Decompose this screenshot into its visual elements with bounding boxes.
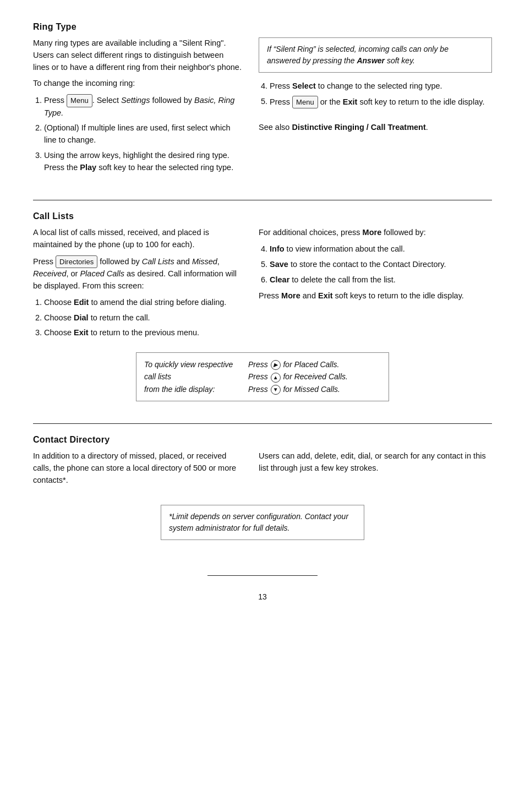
call-lists-bottom-box-container: To quickly view respective call lists fr…	[33, 352, 492, 401]
bottom-divider	[207, 575, 318, 576]
call-lists-bottom-box: To quickly view respective call lists fr…	[136, 352, 389, 401]
arrow-up-icon: ▲	[271, 373, 281, 383]
call-lists-right-intro: For additional choices, press More follo…	[259, 227, 492, 239]
call-lists-steps-left: Choose Edit to amend the dial string bef…	[44, 297, 242, 339]
ring-type-step-4: Press Select to change to the selected r…	[270, 80, 492, 92]
contact-directory-info-text: *Limit depends on server configuration. …	[169, 512, 348, 532]
ring-type-right-col: If “Silent Ring” is selected, incoming c…	[259, 37, 492, 178]
contact-directory-left-text: In addition to a directory of missed, pl…	[33, 450, 242, 486]
ring-type-title: Ring Type	[33, 22, 492, 32]
contact-directory-box-container: *Limit depends on server configuration. …	[33, 499, 492, 548]
step1-settings: Settings	[121, 96, 150, 105]
step1-select: . Select	[92, 96, 121, 105]
contact-directory-right-col: Users can add, delete, edit, dial, or se…	[259, 450, 492, 491]
ring-type-left-col: Many ring types are available including …	[33, 37, 242, 178]
menu-key-2[interactable]: Menu	[292, 96, 318, 109]
directories-key[interactable]: Directories	[56, 255, 97, 269]
ring-type-section: Ring Type Many ring types are available …	[33, 22, 492, 189]
contact-directory-left-col: In addition to a directory of missed, pl…	[33, 450, 242, 491]
step1-fol: followed by	[150, 96, 194, 105]
call-lists-title: Call Lists	[33, 211, 492, 221]
ring-type-step-2: (Optional) If multiple lines are used, f…	[44, 122, 242, 146]
arrow-down-icon: ▼	[271, 385, 281, 395]
ring-type-info-box: If “Silent Ring” is selected, incoming c…	[259, 37, 492, 73]
call-lists-step-2: Choose Dial to return the call.	[44, 312, 242, 324]
contact-directory-section: Contact Directory In addition to a direc…	[33, 435, 492, 559]
call-lists-exit-note: Press More and Exit soft keys to return …	[259, 290, 492, 302]
call-lists-step-4: Info to view information about the call.	[270, 243, 492, 255]
call-lists-step-6: Clear to delete the call from the list.	[270, 274, 492, 286]
arrow-right-icon: ▶	[271, 360, 281, 370]
bottom-box-right: Press ▶ for Placed Calls. Press ▲ for Re…	[248, 358, 348, 395]
ring-type-step-5: Press Menu or the Exit soft key to retur…	[270, 96, 492, 109]
call-lists-step-3: Choose Exit to return to the previous me…	[44, 327, 242, 339]
divider-1	[33, 200, 492, 200]
ring-type-to-change: To change the incoming ring:	[33, 78, 242, 90]
call-lists-section: Call Lists A local list of calls missed,…	[33, 211, 492, 412]
ring-type-step-3: Using the arrow keys, highlight the desi…	[44, 150, 242, 174]
call-lists-left-col: A local list of calls missed, received, …	[33, 227, 242, 344]
step1-press: Press	[44, 96, 67, 105]
see-also: See also Distinctive Ringing / Call Trea…	[259, 122, 492, 134]
call-lists-steps-right: Info to view information about the call.…	[270, 243, 492, 286]
ring-type-step-1: Press Menu. Select Settings followed by …	[44, 94, 242, 119]
menu-key-1[interactable]: Menu	[67, 94, 92, 107]
contact-directory-title: Contact Directory	[33, 435, 492, 445]
call-lists-step-5: Save to store the contact to the Contact…	[270, 259, 492, 271]
bottom-box-left: To quickly view respective call lists fr…	[144, 358, 246, 395]
call-lists-press-intro: Press Directories followed by Call Lists…	[33, 255, 242, 292]
call-lists-step-1: Choose Edit to amend the dial string bef…	[44, 297, 242, 309]
page-number: 13	[33, 592, 492, 601]
call-lists-intro: A local list of calls missed, received, …	[33, 227, 242, 251]
divider-2	[33, 423, 492, 424]
ring-type-intro: Many ring types are available including …	[33, 37, 242, 73]
contact-directory-right-text: Users can add, delete, edit, dial, or se…	[259, 450, 492, 475]
ring-type-steps-left: Press Menu. Select Settings followed by …	[44, 94, 242, 173]
call-lists-right-col: For additional choices, press More follo…	[259, 227, 492, 344]
ring-type-steps-right: Press Select to change to the selected r…	[270, 80, 492, 108]
contact-directory-info-box: *Limit depends on server configuration. …	[161, 505, 364, 540]
